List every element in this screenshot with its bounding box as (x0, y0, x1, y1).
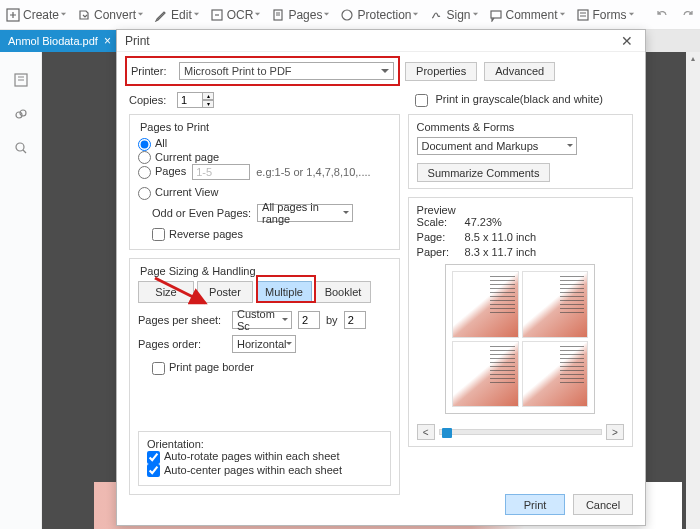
main-toolbar: Create Convert Edit OCR Pages Protection… (0, 0, 700, 30)
toolbar-protection-label: Protection (357, 8, 411, 22)
document-tab[interactable]: Anmol Biodata.pdf × (0, 30, 119, 52)
radio-pages[interactable]: Pages (138, 165, 186, 179)
radio-all-label: All (155, 137, 167, 149)
paper-value: 8.3 x 11.7 inch (465, 246, 537, 258)
pps-label: Pages per sheet: (138, 314, 226, 326)
print-border-checkbox[interactable]: Print page border (152, 361, 254, 373)
toolbar-create[interactable]: Create (6, 8, 67, 22)
svg-rect-5 (578, 10, 588, 20)
preview-group: Preview Scale:47.23% Page:8.5 x 11.0 inc… (408, 197, 633, 447)
preview-next-button[interactable]: > (606, 424, 624, 440)
odd-even-select[interactable]: All pages in range (257, 204, 353, 222)
pages-order-select[interactable]: Horizontal (232, 335, 296, 353)
paper-label: Paper: (417, 246, 459, 258)
sign-icon (429, 8, 443, 22)
undo-icon[interactable] (655, 7, 670, 22)
ocr-icon (210, 8, 224, 22)
toolbar-comment[interactable]: Comment (489, 8, 566, 22)
orientation-legend: Orientation: (147, 438, 382, 450)
toolbar-pages[interactable]: Pages (271, 8, 330, 22)
pages-to-print-group: Pages to Print All Current page Pages e.… (129, 114, 400, 250)
seg-multiple-label: Multiple (265, 286, 303, 298)
grayscale-label: Print in grayscale(black and white) (435, 93, 603, 105)
preview-page (522, 271, 589, 338)
toolbar-sign[interactable]: Sign (429, 8, 478, 22)
left-rail (0, 52, 42, 529)
dialog-titlebar: Print ✕ (117, 30, 645, 52)
grayscale-checkbox[interactable]: Print in grayscale(black and white) (415, 93, 603, 107)
toolbar-convert-label: Convert (94, 8, 136, 22)
copies-spinner[interactable]: ▴▾ (177, 92, 214, 108)
seg-size-label: Size (155, 286, 176, 298)
document-tab-label: Anmol Biodata.pdf (8, 35, 98, 47)
pps-cols-input[interactable] (298, 311, 320, 329)
shield-icon (340, 8, 354, 22)
close-icon[interactable]: ✕ (617, 33, 637, 49)
radio-pages-label: Pages (155, 165, 186, 177)
radio-current-view[interactable]: Current View (138, 186, 218, 198)
print-dialog: Print ✕ Printer: Microsoft Print to PDF … (116, 29, 646, 526)
toolbar-protection[interactable]: Protection (340, 8, 419, 22)
spinner-down-icon[interactable]: ▾ (202, 100, 214, 108)
vertical-scrollbar[interactable]: ▴ (686, 52, 700, 529)
comment-icon (489, 8, 503, 22)
reverse-checkbox[interactable]: Reverse pages (152, 228, 243, 240)
reverse-label: Reverse pages (169, 228, 243, 240)
printer-select-value: Microsoft Print to PDF (184, 65, 292, 77)
comments-select[interactable]: Document and Markups (417, 137, 577, 155)
pps-select[interactable]: Custom Sc (232, 311, 292, 329)
attachment-panel-icon[interactable] (13, 106, 29, 122)
auto-rotate-label: Auto-rotate pages within each sheet (164, 450, 340, 462)
pages-order-label: Pages order: (138, 338, 226, 350)
page-value: 8.5 x 11.0 inch (465, 231, 537, 243)
redo-icon[interactable] (680, 7, 695, 22)
pps-rows-input[interactable] (344, 311, 366, 329)
svg-rect-4 (491, 11, 501, 18)
sizing-legend: Page Sizing & Handling (138, 265, 391, 277)
preview-prev-button[interactable]: < (417, 424, 435, 440)
toolbar-edit-label: Edit (171, 8, 192, 22)
toolbar-ocr[interactable]: OCR (210, 8, 262, 22)
toolbar-convert[interactable]: Convert (77, 8, 144, 22)
toolbar-forms[interactable]: Forms (576, 8, 635, 22)
printer-select[interactable]: Microsoft Print to PDF (179, 62, 394, 80)
comments-select-value: Document and Markups (422, 140, 539, 152)
search-panel-icon[interactable] (13, 140, 29, 156)
seg-multiple[interactable]: Multiple (256, 281, 312, 303)
close-tab-icon[interactable]: × (104, 34, 111, 48)
seg-booklet[interactable]: Booklet (315, 281, 371, 303)
print-button[interactable]: Print (505, 494, 565, 515)
orientation-group: Orientation: Auto-rotate pages within ea… (138, 431, 391, 486)
cancel-button[interactable]: Cancel (573, 494, 633, 515)
seg-size[interactable]: Size (138, 281, 194, 303)
scale-label: Scale: (417, 216, 459, 228)
sizing-group: Page Sizing & Handling Size Poster Multi… (129, 258, 400, 495)
copies-input[interactable] (177, 92, 203, 108)
toolbar-edit[interactable]: Edit (154, 8, 200, 22)
summarize-button[interactable]: Summarize Comments (417, 163, 551, 182)
thumbnail-panel-icon[interactable] (13, 72, 29, 88)
form-icon (576, 8, 590, 22)
pps-select-value: Custom Sc (237, 308, 279, 332)
pages-range-input[interactable] (192, 164, 250, 180)
comments-forms-group: Comments & Forms Document and Markups Su… (408, 114, 633, 189)
preview-slider[interactable] (439, 429, 602, 435)
advanced-button[interactable]: Advanced (484, 62, 555, 81)
scroll-up-icon[interactable]: ▴ (686, 52, 700, 66)
auto-center-checkbox[interactable]: Auto-center pages within each sheet (147, 464, 342, 476)
odd-even-value: All pages in range (262, 201, 340, 225)
preview-legend: Preview (417, 204, 624, 216)
spinner-up-icon[interactable]: ▴ (202, 92, 214, 100)
edit-icon (154, 8, 168, 22)
preview-page (452, 341, 519, 408)
svg-point-9 (16, 143, 24, 151)
properties-button[interactable]: Properties (405, 62, 477, 81)
plus-icon (6, 8, 20, 22)
toolbar-comment-label: Comment (506, 8, 558, 22)
toolbar-forms-label: Forms (593, 8, 627, 22)
dialog-title: Print (125, 34, 150, 48)
seg-poster[interactable]: Poster (197, 281, 253, 303)
radio-all[interactable]: All (138, 137, 167, 149)
radio-current-page[interactable]: Current page (138, 151, 219, 163)
auto-rotate-checkbox[interactable]: Auto-rotate pages within each sheet (147, 450, 340, 462)
